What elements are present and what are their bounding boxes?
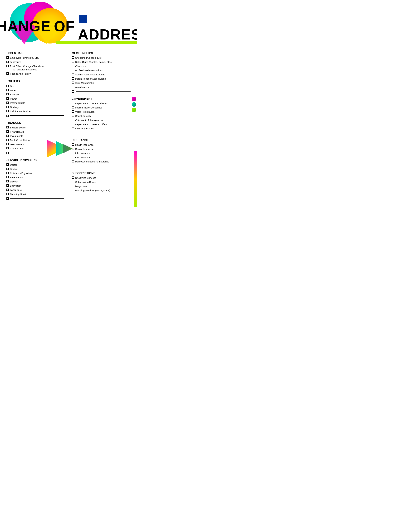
checkbox[interactable] xyxy=(72,77,74,80)
checkbox[interactable] xyxy=(72,73,74,76)
section-essentials: ESSENTIALS Employer: Paychecks, Etc. Tax… xyxy=(6,52,64,76)
custom-line-memberships xyxy=(72,90,131,93)
list-item: Lawn Care xyxy=(6,188,64,192)
checkbox[interactable] xyxy=(72,176,74,179)
checkbox[interactable] xyxy=(6,193,9,195)
checkbox[interactable] xyxy=(6,57,9,59)
checkbox[interactable] xyxy=(6,85,9,87)
list-item: Social Security xyxy=(72,114,131,118)
checkbox[interactable] xyxy=(72,106,74,108)
checkbox[interactable] xyxy=(6,110,9,112)
title-word-of: OF xyxy=(54,18,75,35)
checkbox[interactable] xyxy=(6,180,9,182)
blank-line xyxy=(76,133,131,133)
title-word-address: ADDRESS xyxy=(78,10,137,43)
checkbox[interactable] xyxy=(72,61,74,63)
section-title-insurance: INSURANCE xyxy=(72,139,131,142)
blank-line xyxy=(10,115,64,116)
main-content: ESSENTIALS Employer: Paychecks, Etc. Tax… xyxy=(0,48,137,208)
service-providers-list: Doctor Dentist Children's Physician Vete… xyxy=(6,163,64,196)
checkbox[interactable] xyxy=(6,197,9,200)
list-item: Garbage xyxy=(6,105,64,109)
checkbox[interactable] xyxy=(72,160,74,162)
blank-line xyxy=(10,198,64,199)
list-item: Dentist xyxy=(6,167,64,171)
checkbox[interactable] xyxy=(6,147,9,149)
section-title-memberships: MEMBERSHIPS xyxy=(72,52,131,55)
checkbox[interactable] xyxy=(72,189,74,191)
checkbox[interactable] xyxy=(72,69,74,71)
checkbox[interactable] xyxy=(6,93,9,95)
checkbox[interactable] xyxy=(6,72,9,75)
section-title-service-providers: SERVICE PROVIDERS xyxy=(6,159,64,162)
checkbox[interactable] xyxy=(6,114,9,117)
list-item: Sewage xyxy=(6,93,64,96)
list-item: Children's Physician xyxy=(6,171,64,175)
checkbox[interactable] xyxy=(72,57,74,59)
checkbox[interactable] xyxy=(6,189,9,191)
section-title-subscriptions: SUBSCRIPTIONS xyxy=(72,172,131,175)
list-item: Water xyxy=(6,89,64,92)
blue-accent xyxy=(79,15,87,23)
checkbox[interactable] xyxy=(6,152,9,154)
list-item: Friends And Family xyxy=(6,72,64,76)
custom-line-service-providers xyxy=(6,197,64,200)
section-utilities: UTILITIES Gas Water Sewage Power Interne… xyxy=(6,80,64,117)
right-column: MEMBERSHIPS Shopping (Amazon, Etc.) Reta… xyxy=(68,52,131,204)
checkbox[interactable] xyxy=(72,110,74,113)
custom-line-government xyxy=(72,132,131,134)
checkbox[interactable] xyxy=(72,82,74,84)
checkbox[interactable] xyxy=(6,172,9,174)
arrow-decoration xyxy=(47,140,76,157)
checkbox[interactable] xyxy=(6,61,9,63)
list-item: Veterinarian xyxy=(6,176,64,179)
side-circle-1 xyxy=(132,97,136,101)
checkbox[interactable] xyxy=(72,119,74,121)
list-item: Health Insurance xyxy=(72,143,131,146)
checkbox[interactable] xyxy=(72,165,74,167)
government-list: Department Of Motor Vehicles Internal Re… xyxy=(72,102,131,130)
list-item: Internal Revenue Service xyxy=(72,106,131,109)
checkbox[interactable] xyxy=(72,132,74,134)
checkbox[interactable] xyxy=(6,102,9,104)
checkbox[interactable] xyxy=(6,97,9,100)
list-item: Licensing Boards xyxy=(72,127,131,130)
list-item: Subscription Boxes xyxy=(72,180,131,184)
list-item: Shopping (Amazon, Etc.) xyxy=(72,56,131,59)
checkbox[interactable] xyxy=(6,134,9,137)
list-item: Gym Membership xyxy=(72,81,131,85)
checkbox[interactable] xyxy=(72,181,74,183)
memberships-list: Shopping (Amazon, Etc.) Retail Clubs (Co… xyxy=(72,56,131,89)
checkbox[interactable] xyxy=(6,139,9,141)
checkbox[interactable] xyxy=(6,89,9,91)
checkbox[interactable] xyxy=(6,143,9,145)
custom-line-insurance xyxy=(72,165,131,167)
checkbox[interactable] xyxy=(6,126,9,128)
checkbox[interactable] xyxy=(6,184,9,187)
checkbox[interactable] xyxy=(6,130,9,133)
checkbox[interactable] xyxy=(72,185,74,187)
list-item: Citizenship & Immigration xyxy=(72,118,131,122)
list-item: Magazines xyxy=(72,185,131,188)
checkbox[interactable] xyxy=(72,127,74,129)
checkbox[interactable] xyxy=(6,163,9,166)
side-circles xyxy=(132,97,136,112)
checkbox[interactable] xyxy=(6,106,9,108)
subscriptions-list: Streaming Services Subscription Boxes Ma… xyxy=(72,176,131,192)
checkbox[interactable] xyxy=(72,65,74,67)
checkbox[interactable] xyxy=(72,90,74,93)
checkbox[interactable] xyxy=(72,114,74,117)
essentials-list: Employer: Paychecks, Etc. Tax Forms Post… xyxy=(6,56,64,76)
checkbox[interactable] xyxy=(6,65,9,67)
checkbox[interactable] xyxy=(6,168,9,170)
list-item: Car Insurance xyxy=(72,156,131,159)
section-title-finances: FINANCES xyxy=(6,121,64,124)
list-item: Streaming Services xyxy=(72,176,131,180)
section-title-utilities: UTILITIES xyxy=(6,80,64,83)
list-item: Power xyxy=(6,97,64,100)
checkbox[interactable] xyxy=(6,176,9,178)
checkbox[interactable] xyxy=(72,102,74,104)
checkbox[interactable] xyxy=(72,123,74,125)
bottom-gradient-bar xyxy=(134,151,137,208)
checkbox[interactable] xyxy=(72,86,74,88)
